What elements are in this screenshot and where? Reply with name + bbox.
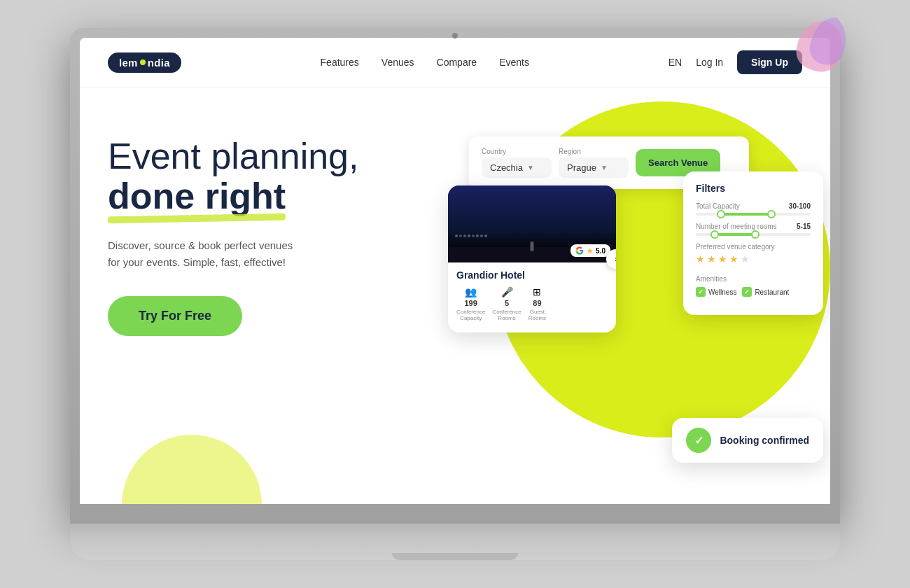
amenities-row: ✓ Wellness ✓ Restaurant	[696, 287, 811, 297]
region-value: Prague	[567, 162, 596, 173]
nav-links: Features Venues Compare Events	[321, 57, 529, 68]
screen-content: lem ndia Features Venues Compare Events …	[80, 38, 830, 504]
venue-stats: 👥 199 ConferenceCapacity 🎤 5 ConferenceR…	[456, 286, 608, 321]
hero-title: Event planning, done right	[108, 136, 455, 216]
hero-subtitle: Discover, source & book perfect venues f…	[108, 237, 455, 271]
hero-right: Country Czechia ▼ Region Prague	[455, 115, 802, 504]
language-selector[interactable]: EN	[668, 57, 682, 68]
navbar: lem ndia Features Venues Compare Events …	[80, 38, 830, 88]
booking-confirmed-card: ✓ Booking confirmed	[672, 418, 823, 463]
star-3[interactable]: ★	[718, 253, 727, 265]
capacity-slider-max[interactable]	[767, 210, 776, 218]
capacity-value: 199	[465, 299, 477, 307]
amenities-label: Amenities	[696, 275, 727, 283]
star-filter: ★ ★ ★ ★ ★	[696, 253, 811, 265]
nav-features[interactable]: Features	[321, 57, 359, 68]
country-value: Czechia	[490, 162, 523, 173]
rooms-label: ConferenceRooms	[492, 309, 521, 321]
nav-compare[interactable]: Compare	[437, 57, 477, 68]
laptop-body: lem ndia Features Venues Compare Events …	[70, 28, 840, 518]
stat-conference-capacity: 👥 199 ConferenceCapacity	[456, 286, 485, 321]
nav-venues[interactable]: Venues	[382, 57, 414, 68]
try-for-free-button[interactable]: Try For Free	[108, 296, 242, 336]
venue-card: ★ 5.0 Grandior Hotel 👥 199	[448, 186, 616, 332]
capacity-filter-label: Total Capacity	[696, 202, 740, 210]
star-2[interactable]: ★	[707, 253, 716, 265]
logo-text-part2: ndia	[148, 57, 170, 69]
rooms-slider-min[interactable]	[710, 230, 719, 239]
star-4[interactable]: ★	[729, 253, 738, 265]
wellness-label: Wellness	[708, 288, 736, 296]
rooms-slider-track	[696, 233, 811, 236]
category-filter: Preferred venue category ★ ★ ★ ★ ★	[696, 243, 811, 265]
hero-title-bold: done right	[108, 176, 286, 216]
amenity-wellness[interactable]: ✓ Wellness	[696, 287, 736, 297]
star-5[interactable]: ★	[741, 253, 750, 265]
region-label: Region	[559, 148, 629, 155]
country-field: Country Czechia ▼	[482, 148, 552, 178]
venue-name: Grandior Hotel	[456, 270, 608, 281]
capacity-filter-value: 30-100	[789, 202, 811, 210]
google-rating-badge: ★ 5.0	[570, 244, 610, 257]
subtitle-line1: Discover, source & book perfect venues	[108, 239, 293, 251]
star-1[interactable]: ★	[696, 253, 705, 265]
stat-guest-rooms: ⊞ 89 GuestRooms	[528, 286, 546, 321]
hero-title-line2: done right	[108, 176, 286, 216]
booking-text: Booking confirmed	[720, 435, 809, 446]
nav-right: EN Log In Sign Up	[668, 50, 802, 74]
logo-area: lem ndia	[108, 52, 181, 73]
capacity-slider-fill	[719, 213, 771, 216]
region-select[interactable]: Prague ▼	[559, 158, 629, 178]
capacity-slider-track	[696, 213, 811, 216]
restaurant-label: Restaurant	[755, 288, 789, 296]
capacity-filter: Total Capacity 30-100	[696, 202, 811, 216]
people-icon: 👥	[465, 286, 477, 298]
amenities-filter: Amenities ✓ Wellness ✓ Restaurant	[696, 272, 811, 297]
hero-left: Event planning, done right Discover, sou…	[108, 115, 455, 504]
rooms-slider-max[interactable]	[751, 230, 760, 239]
logo-dot	[140, 59, 146, 65]
booking-check-icon: ✓	[686, 428, 711, 453]
guest-rooms-value: 89	[533, 299, 541, 307]
wellness-check: ✓	[696, 287, 706, 297]
signup-button[interactable]: Sign Up	[737, 50, 802, 74]
star-icon: ★	[587, 247, 593, 255]
guest-rooms-label: GuestRooms	[528, 309, 546, 321]
grid-icon: ⊞	[533, 286, 541, 298]
nav-events[interactable]: Events	[499, 57, 529, 68]
rooms-filter-label: Number of meeting rooms	[696, 223, 777, 230]
logo-pill: lem ndia	[108, 52, 181, 73]
hero-section: Event planning, done right Discover, sou…	[80, 88, 830, 504]
filters-title: Filters	[696, 183, 811, 194]
country-arrow-icon: ▼	[527, 164, 534, 172]
subtitle-line2: for your events. Simple, fast, effective…	[108, 256, 286, 268]
laptop-base	[70, 517, 840, 560]
capacity-slider-min[interactable]	[717, 210, 725, 218]
restaurant-check: ✓	[742, 287, 752, 297]
laptop-screen: lem ndia Features Venues Compare Events …	[80, 38, 830, 504]
region-arrow-icon: ▼	[601, 164, 608, 172]
laptop-frame: lem ndia Features Venues Compare Events …	[70, 28, 840, 560]
google-icon	[575, 246, 584, 255]
laptop-touchpad-notch	[392, 553, 518, 560]
rooms-value: 5	[505, 299, 509, 307]
amenity-restaurant[interactable]: ✓ Restaurant	[742, 287, 789, 297]
filters-card: Filters Total Capacity 30-100	[683, 172, 823, 315]
venue-image: ★ 5.0	[448, 186, 616, 262]
region-field: Region Prague ▼	[559, 148, 629, 178]
country-label: Country	[482, 148, 552, 155]
google-score: 5.0	[596, 247, 606, 255]
login-button[interactable]: Log In	[696, 57, 723, 68]
laptop-hinge	[70, 517, 840, 524]
logo-text-part1: lem	[119, 57, 138, 69]
rooms-filter: Number of meeting rooms 5-15	[696, 223, 811, 236]
hero-title-line1: Event planning,	[108, 136, 359, 176]
stat-conference-rooms: 🎤 5 ConferenceRooms	[492, 286, 521, 321]
mic-icon: 🎤	[501, 286, 513, 298]
category-filter-label: Preferred venue category	[696, 243, 775, 251]
country-select[interactable]: Czechia ▼	[482, 158, 552, 178]
capacity-label: ConferenceCapacity	[456, 309, 485, 321]
rooms-filter-value: 5-15	[797, 223, 811, 230]
venue-info: Grandior Hotel 👥 199 ConferenceCapacity …	[448, 262, 616, 332]
rooms-slider-fill	[713, 233, 753, 236]
